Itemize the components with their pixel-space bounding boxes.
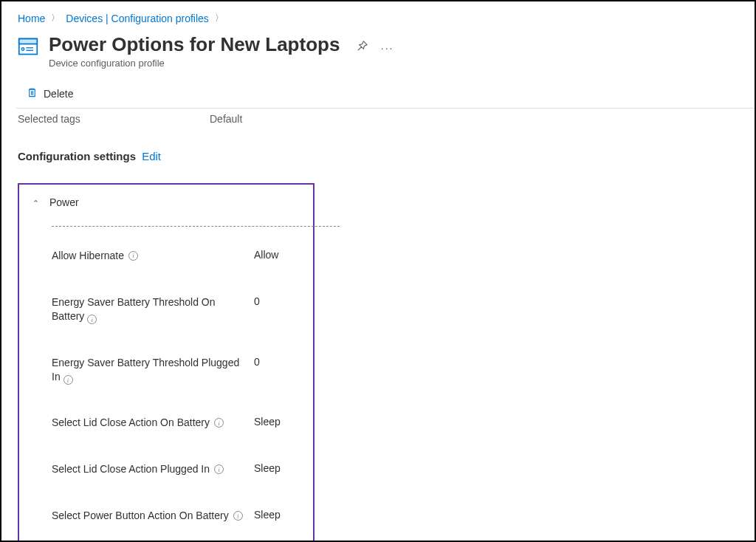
chevron-right-icon: 〉	[215, 12, 224, 24]
info-icon[interactable]: i	[233, 511, 243, 521]
svg-rect-1	[19, 39, 38, 44]
setting-label: Select Lid Close Action On Battery	[52, 416, 210, 430]
setting-row: Select Lid Close Action Plugged In i Sle…	[19, 446, 313, 493]
setting-value: 0	[254, 356, 260, 368]
dashed-divider	[52, 226, 340, 227]
info-icon[interactable]: i	[128, 251, 138, 261]
setting-label: Energy Saver Battery Threshold Plugged I…	[52, 357, 239, 383]
tags-value: Default	[210, 113, 242, 125]
setting-row: Select Power Button Action Plugged In i …	[19, 539, 313, 542]
info-icon[interactable]: i	[63, 375, 73, 385]
tags-row: Selected tags Default	[1, 109, 755, 128]
setting-value: Sleep	[254, 416, 281, 428]
setting-row: Allow Hibernate i Allow	[19, 233, 313, 279]
info-icon[interactable]: i	[214, 418, 224, 428]
delete-label: Delete	[44, 88, 73, 100]
info-icon[interactable]: i	[214, 464, 224, 474]
setting-label: Select Power Button Action On Battery	[52, 509, 229, 523]
page-title: Power Options for New Laptops	[49, 33, 340, 56]
setting-row: Select Lid Close Action On Battery i Sle…	[19, 399, 313, 446]
page-subtitle: Device configuration profile	[49, 58, 738, 69]
setting-label: Energy Saver Battery Threshold On Batter…	[52, 296, 216, 322]
delete-button[interactable]: Delete	[27, 86, 73, 100]
panel-header-power[interactable]: ⌄ Power	[19, 192, 313, 211]
setting-row: Select Power Button Action On Battery i …	[19, 493, 313, 539]
more-icon[interactable]: ···	[381, 42, 394, 54]
breadcrumb-home[interactable]: Home	[18, 13, 45, 24]
setting-value: Allow	[254, 249, 278, 261]
section-title-row: Configuration settings Edit	[1, 128, 755, 170]
section-title: Configuration settings	[18, 150, 136, 162]
svg-point-2	[21, 48, 24, 51]
setting-value: Sleep	[254, 509, 281, 521]
settings-panel: ⌄ Power Allow Hibernate i Allow Energy S…	[18, 183, 315, 542]
tags-label: Selected tags	[18, 113, 210, 125]
setting-row: Energy Saver Battery Threshold On Batter…	[19, 279, 313, 340]
title-row: Power Options for New Laptops ··· Device…	[1, 30, 755, 70]
pin-icon[interactable]	[357, 41, 368, 55]
breadcrumb: Home 〉 Devices | Configuration profiles …	[1, 1, 755, 30]
panel-title: Power	[49, 196, 79, 208]
toolbar: Delete	[1, 70, 755, 105]
trash-icon	[27, 86, 38, 100]
setting-value: Sleep	[254, 462, 281, 474]
profile-icon	[18, 36, 38, 57]
setting-row: Energy Saver Battery Threshold Plugged I…	[19, 340, 313, 400]
breadcrumb-devices[interactable]: Devices | Configuration profiles	[66, 13, 209, 24]
chevron-right-icon: 〉	[51, 12, 60, 24]
edit-link[interactable]: Edit	[142, 150, 161, 162]
info-icon[interactable]: i	[87, 315, 97, 324]
setting-value: 0	[254, 295, 260, 307]
setting-label: Select Lid Close Action Plugged In	[52, 462, 210, 476]
setting-label: Allow Hibernate	[52, 249, 124, 263]
chevron-up-icon: ⌄	[32, 198, 39, 207]
